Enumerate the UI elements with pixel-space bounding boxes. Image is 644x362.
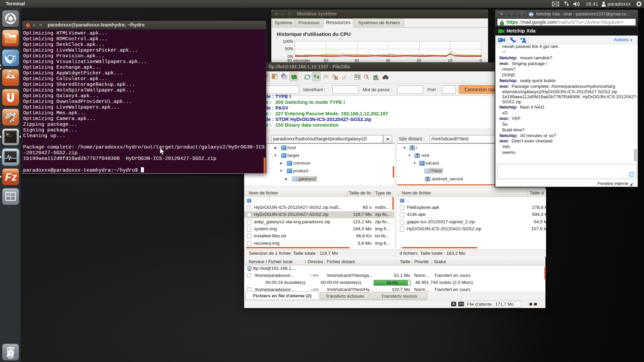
svg-text:Fz: Fz [5, 171, 17, 183]
